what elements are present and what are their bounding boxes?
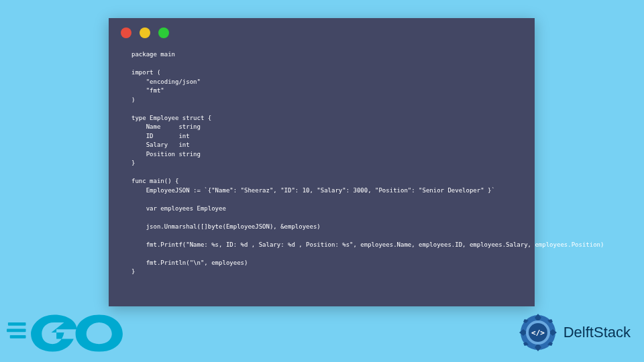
code-window: package main import ( "encoding/json" "f… bbox=[109, 18, 535, 306]
delftstack-badge-icon: </> bbox=[518, 312, 558, 353]
code-content: package main import ( "encoding/json" "f… bbox=[109, 42, 535, 290]
window-controls bbox=[109, 18, 535, 42]
delftstack-text: DelftStack bbox=[564, 324, 631, 341]
go-logo-icon bbox=[7, 308, 134, 355]
delftstack-logo: </> DelftStack bbox=[518, 312, 631, 353]
svg-text:</>: </> bbox=[531, 328, 545, 337]
svg-rect-0 bbox=[8, 322, 26, 326]
svg-rect-1 bbox=[7, 328, 26, 332]
minimize-dot-icon bbox=[140, 27, 150, 38]
zoom-dot-icon bbox=[158, 27, 169, 38]
close-dot-icon bbox=[121, 27, 131, 38]
svg-rect-2 bbox=[10, 335, 26, 339]
